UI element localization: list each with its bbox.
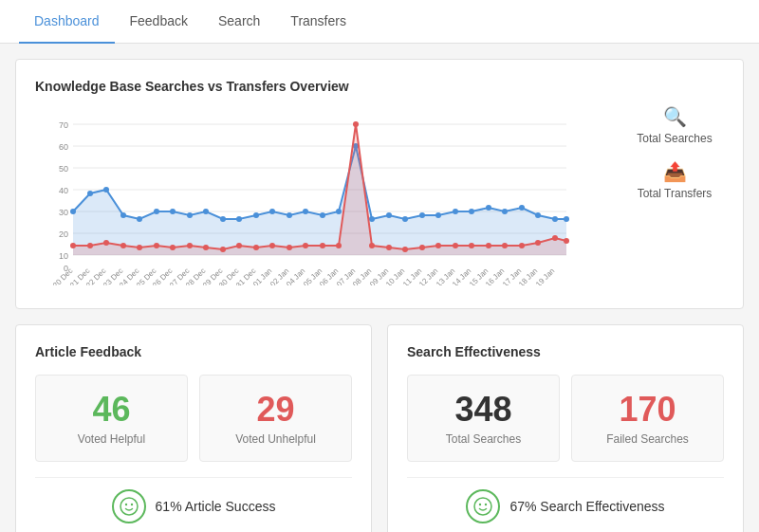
svg-point-60	[269, 243, 275, 248]
svg-point-70	[435, 243, 441, 248]
svg-point-111	[130, 503, 132, 504]
legend-total-transfers: 📤 Total Transfers	[625, 160, 724, 200]
voted-helpful-value: 46	[51, 391, 172, 429]
svg-point-77	[552, 235, 558, 241]
svg-marker-15	[73, 146, 566, 255]
article-feedback-title: Article Feedback	[35, 344, 352, 359]
svg-point-52	[137, 245, 142, 250]
main-content: Knowledge Base Searches vs Transfers Ove…	[0, 44, 759, 532]
svg-point-16	[70, 209, 76, 214]
svg-point-71	[453, 243, 458, 248]
legend-total-transfers-label: Total Transfers	[638, 187, 713, 200]
svg-point-110	[124, 503, 126, 504]
svg-text:70: 70	[59, 120, 68, 130]
svg-point-49	[87, 243, 93, 248]
svg-point-50	[103, 240, 109, 246]
search-icon: 🔍	[663, 105, 687, 128]
svg-point-75	[519, 243, 525, 248]
svg-point-18	[103, 187, 109, 193]
svg-point-46	[564, 216, 569, 222]
search-effectiveness-card: Search Effectiveness 348 Total Searches …	[387, 324, 744, 532]
tab-feedback[interactable]: Feedback	[115, 0, 203, 44]
voted-unhelpful-value: 29	[215, 391, 336, 429]
svg-text:40: 40	[59, 186, 68, 195]
svg-point-26	[236, 216, 242, 222]
svg-point-42	[502, 209, 508, 214]
svg-point-109	[120, 498, 138, 515]
svg-text:20: 20	[59, 229, 68, 239]
svg-point-58	[236, 243, 242, 248]
svg-point-62	[303, 243, 308, 248]
svg-point-48	[70, 243, 76, 248]
chart-legend: 🔍 Total Searches 📤 Total Transfers	[610, 105, 724, 200]
svg-point-73	[486, 243, 491, 248]
svg-point-56	[203, 245, 209, 250]
svg-point-112	[474, 498, 491, 515]
svg-point-69	[419, 245, 425, 250]
tab-transfers[interactable]: Transfers	[275, 0, 361, 44]
voted-helpful-label: Voted Helpful	[51, 432, 172, 446]
search-effectiveness-footer: 67% Search Effectiveness	[407, 477, 724, 523]
failed-searches-box: 170 Failed Searches	[571, 375, 724, 462]
search-effectiveness-boxes: 348 Total Searches 170 Failed Searches	[407, 375, 724, 462]
voted-unhelpful-label: Voted Unhelpful	[215, 432, 336, 446]
svg-point-20	[137, 216, 142, 222]
svg-point-32	[336, 209, 342, 214]
transfer-icon: 📤	[663, 160, 687, 183]
svg-point-41	[486, 205, 491, 211]
svg-point-72	[469, 243, 474, 248]
page-wrapper: Dashboard Feedback Search Transfers Know…	[0, 0, 759, 532]
svg-point-45	[552, 216, 558, 222]
svg-text:10: 10	[59, 251, 68, 261]
svg-point-114	[485, 503, 487, 504]
svg-text:50: 50	[59, 164, 68, 174]
svg-point-63	[320, 243, 325, 248]
svg-text:60: 60	[59, 142, 68, 152]
svg-point-28	[269, 209, 275, 214]
tab-search[interactable]: Search	[203, 0, 275, 44]
svg-point-68	[402, 247, 408, 252]
tabs-bar: Dashboard Feedback Search Transfers	[0, 0, 759, 44]
search-effectiveness-smiley	[466, 489, 500, 523]
svg-point-37	[419, 212, 425, 218]
voted-helpful-box: 46 Voted Helpful	[35, 375, 188, 462]
total-searches-value: 348	[423, 391, 544, 429]
svg-point-30	[303, 209, 308, 214]
svg-point-38	[435, 212, 441, 218]
article-success-label: 61% Article Success	[156, 499, 276, 514]
chart-svg: 70 60 50 40 30 20 10 0	[35, 105, 610, 289]
tab-dashboard[interactable]: Dashboard	[19, 0, 115, 44]
search-effectiveness-title: Search Effectiveness	[407, 344, 724, 359]
svg-point-67	[386, 245, 392, 250]
svg-point-64	[336, 243, 342, 248]
svg-point-43	[519, 205, 525, 211]
svg-point-53	[154, 243, 159, 248]
bottom-row: Article Feedback 46 Voted Helpful 29 Vot…	[15, 324, 744, 532]
chart-card: Knowledge Base Searches vs Transfers Ove…	[15, 59, 744, 309]
svg-point-23	[187, 212, 193, 218]
svg-point-35	[386, 212, 392, 218]
chart-title: Knowledge Base Searches vs Transfers Ove…	[35, 79, 724, 94]
svg-point-74	[502, 243, 508, 248]
svg-point-36	[402, 216, 408, 222]
svg-point-39	[453, 209, 458, 214]
failed-searches-label: Failed Searches	[587, 432, 708, 446]
svg-text:30: 30	[59, 208, 68, 217]
total-searches-box: 348 Total Searches	[407, 375, 560, 462]
svg-point-22	[170, 209, 176, 214]
svg-point-57	[220, 247, 226, 252]
svg-point-21	[154, 209, 159, 214]
article-success-smiley	[112, 489, 146, 523]
svg-point-78	[564, 238, 569, 244]
svg-point-61	[287, 245, 292, 250]
svg-point-76	[535, 240, 541, 246]
svg-point-34	[369, 216, 375, 222]
article-feedback-boxes: 46 Voted Helpful 29 Voted Unhelpful	[35, 375, 352, 462]
svg-point-25	[220, 216, 226, 222]
svg-point-66	[369, 243, 375, 248]
svg-point-51	[120, 243, 126, 248]
voted-unhelpful-box: 29 Voted Unhelpful	[199, 375, 352, 462]
chart-area: 70 60 50 40 30 20 10 0	[35, 105, 724, 289]
svg-point-27	[253, 212, 259, 218]
svg-point-40	[469, 209, 474, 214]
